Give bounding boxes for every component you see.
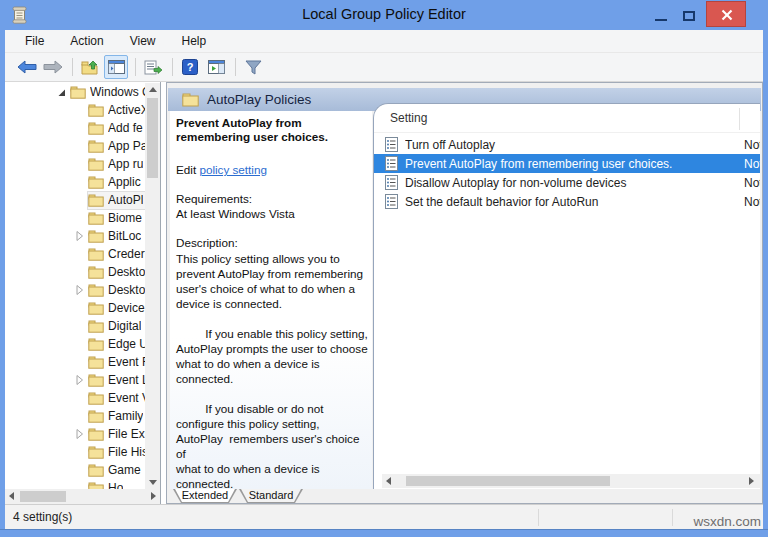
- folder-icon: [88, 338, 104, 351]
- tree-item[interactable]: Creder: [5, 245, 145, 263]
- tree-item[interactable]: Deskto: [5, 263, 145, 281]
- tree-item[interactable]: BitLoc: [5, 227, 145, 245]
- tree-item-autoplay-selected[interactable]: AutoPl: [5, 191, 145, 209]
- folder-icon: [88, 464, 104, 477]
- scrollbar-thumb[interactable]: [406, 476, 610, 486]
- scroll-right-button[interactable]: [745, 474, 758, 487]
- setting-row[interactable]: Disallow Autoplay for non-volume devices…: [374, 173, 760, 192]
- scrollbar-thumb[interactable]: [20, 491, 66, 502]
- up-folder-button[interactable]: [78, 55, 102, 79]
- close-icon: [721, 9, 733, 21]
- tree-item[interactable]: Deskto: [5, 281, 145, 299]
- column-header-setting[interactable]: Setting: [390, 111, 427, 125]
- view-tabs-band: Extended Standard: [167, 489, 762, 503]
- menu-help[interactable]: Help: [178, 32, 211, 50]
- tree-item[interactable]: Event F: [5, 353, 145, 371]
- expand-expander-icon[interactable]: [74, 284, 88, 296]
- folder-icon: [88, 194, 104, 207]
- filter-button[interactable]: [241, 55, 265, 79]
- setting-row[interactable]: Turn off Autoplay Not: [374, 135, 760, 154]
- close-button[interactable]: [706, 1, 746, 27]
- scrollbar-thumb[interactable]: [147, 98, 158, 178]
- expand-expander-icon[interactable]: [74, 374, 88, 386]
- folder-icon: [88, 212, 104, 225]
- tree-item[interactable]: Device: [5, 299, 145, 317]
- export-list-button[interactable]: [141, 55, 165, 79]
- tree-item[interactable]: Add fe: [5, 119, 145, 137]
- folder-icon: [88, 158, 104, 171]
- menubar: File Action View Help: [5, 30, 763, 53]
- folder-icon: [88, 410, 104, 423]
- edit-policy-line: Edit policy setting: [176, 163, 267, 176]
- scroll-up-button[interactable]: [145, 83, 160, 96]
- tree-horizontal-scrollbar[interactable]: [5, 489, 160, 504]
- tab-standard[interactable]: Standard: [239, 489, 303, 503]
- list-horizontal-scrollbar[interactable]: [382, 474, 760, 488]
- app-window: Local Group Policy Editor File Action Vi…: [0, 0, 768, 537]
- menu-view[interactable]: View: [126, 32, 160, 50]
- requirements-label: Requirements:: [176, 192, 252, 205]
- setting-row-selected[interactable]: Prevent AutoPlay from remembering user c…: [374, 154, 760, 173]
- folder-icon: [88, 284, 104, 297]
- tree-item[interactable]: App ru: [5, 155, 145, 173]
- tree-item[interactable]: Event L: [5, 371, 145, 389]
- maximize-icon: [683, 11, 695, 21]
- folder-icon: [88, 356, 104, 369]
- forward-button[interactable]: [41, 55, 65, 79]
- tree-item[interactable]: File Ex: [5, 425, 145, 443]
- column-divider[interactable]: [739, 108, 740, 130]
- minimize-button[interactable]: [648, 0, 674, 27]
- policy-setting-icon: [385, 175, 398, 190]
- statusbar-divider: [672, 509, 673, 526]
- folder-icon: [88, 482, 104, 490]
- expand-expander-icon[interactable]: [74, 428, 88, 440]
- folder-icon: [88, 248, 104, 261]
- maximize-button[interactable]: [676, 0, 702, 27]
- tree-item[interactable]: Biome: [5, 209, 145, 227]
- description-label: Description:: [176, 236, 238, 249]
- show-action-pane-button[interactable]: [204, 55, 228, 79]
- setting-row[interactable]: Set the default behavior for AutoRun Not: [374, 192, 760, 211]
- tree-item[interactable]: Event V: [5, 389, 145, 407]
- tree-item[interactable]: Applic: [5, 173, 145, 191]
- tree-item[interactable]: Family: [5, 407, 145, 425]
- back-button[interactable]: [15, 55, 39, 79]
- tree-item[interactable]: Game: [5, 461, 145, 479]
- tab-extended[interactable]: Extended: [173, 489, 237, 503]
- scroll-left-button[interactable]: [5, 489, 18, 502]
- scroll-left-button[interactable]: [382, 474, 395, 487]
- tree-item[interactable]: ActiveX: [5, 101, 145, 119]
- policy-setting-link[interactable]: policy setting: [199, 163, 267, 176]
- policy-setting-icon: [385, 194, 398, 209]
- main-area: Windows C ActiveX Add fe App Pa App ru A…: [5, 82, 763, 504]
- tree-item-windows-components[interactable]: Windows C: [5, 83, 145, 101]
- menu-file[interactable]: File: [21, 32, 48, 50]
- folder-icon: [88, 266, 104, 279]
- requirements-value: At least Windows Vista: [176, 207, 295, 220]
- expand-expander-icon[interactable]: [74, 230, 88, 242]
- pane-title: AutoPlay Policies: [207, 92, 311, 107]
- status-text: 4 setting(s): [13, 510, 72, 524]
- toolbar-separator: [235, 58, 236, 76]
- show-console-tree-button[interactable]: [104, 55, 128, 79]
- console-tree-pane: Windows C ActiveX Add fe App Pa App ru A…: [5, 82, 161, 504]
- up-folder-icon: [81, 60, 99, 75]
- folder-icon: [88, 374, 104, 387]
- tree-item[interactable]: File His: [5, 443, 145, 461]
- toolbar-separator: [172, 58, 173, 76]
- help-icon: ?: [182, 59, 198, 75]
- tree-item[interactable]: Digital: [5, 317, 145, 335]
- tree-item[interactable]: App Pa: [5, 137, 145, 155]
- header-divider: [374, 132, 760, 133]
- tree-item[interactable]: Ho: [5, 479, 145, 489]
- tree-vertical-scrollbar[interactable]: [145, 83, 160, 489]
- help-button[interactable]: ?: [178, 55, 202, 79]
- policy-title: Prevent AutoPlay from remembering user c…: [176, 116, 368, 144]
- scroll-down-button[interactable]: [145, 476, 160, 489]
- tree-item[interactable]: Edge U: [5, 335, 145, 353]
- minimize-icon: [655, 19, 667, 21]
- folder-icon: [88, 140, 104, 153]
- collapse-expander-icon[interactable]: [56, 86, 70, 98]
- scroll-right-button[interactable]: [147, 489, 160, 502]
- menu-action[interactable]: Action: [66, 32, 107, 50]
